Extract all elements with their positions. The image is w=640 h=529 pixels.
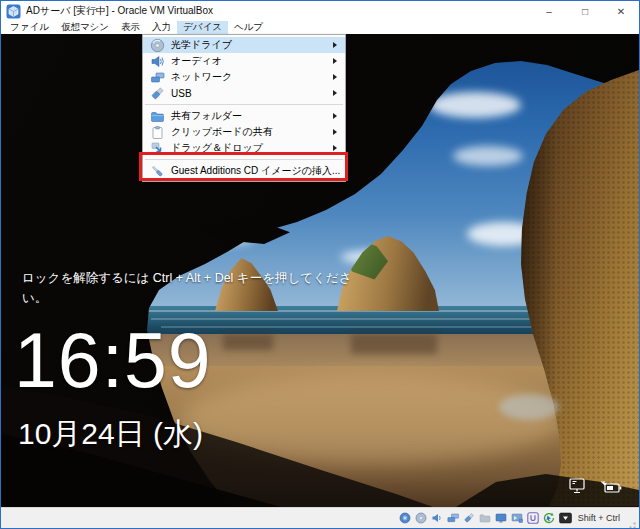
menu-item-shared-folders[interactable]: 共有フォルダー (143, 108, 345, 124)
clipboard-icon (149, 125, 165, 140)
unlock-message: ロックを解除するには Ctrl + Alt + Del キーを押してください。 (22, 268, 354, 308)
red-annotation-box (139, 152, 348, 181)
submenu-arrow-icon (333, 74, 337, 80)
menubar-item-view[interactable]: 表示 (115, 21, 146, 34)
close-button[interactable]: ✕ (603, 1, 639, 21)
audio-icon (149, 54, 165, 69)
menu-item-label: オーディオ (171, 54, 222, 68)
menu-item-shared-clipboard[interactable]: クリップボードの共有 (143, 124, 345, 140)
menubar-item-file[interactable]: ファイル (4, 21, 55, 34)
menu-item-usb[interactable]: USB (143, 85, 345, 101)
submenu-arrow-icon (333, 42, 337, 48)
menu-item-label: ネットワーク (171, 70, 232, 84)
menu-bar: ファイル 仮想マシン 表示 入力 デバイス ヘルプ (1, 21, 639, 34)
features-icon[interactable] (527, 512, 540, 525)
virtualbox-window: ADサーバ [実行中] - Oracle VM VirtualBox – □ ✕… (0, 0, 640, 529)
menu-item-label: USB (171, 88, 192, 99)
shared-folders-icon[interactable] (479, 512, 492, 525)
menubar-item-help[interactable]: ヘルプ (228, 21, 269, 34)
submenu-arrow-icon (333, 129, 337, 135)
menu-item-label: 共有フォルダー (171, 109, 242, 123)
menu-item-audio[interactable]: オーディオ (143, 53, 345, 69)
menubar-item-machine[interactable]: 仮想マシン (55, 21, 115, 34)
minimize-button[interactable]: – (531, 1, 567, 21)
submenu-arrow-icon (333, 113, 337, 119)
usb-icon (149, 86, 165, 101)
submenu-arrow-icon (333, 145, 337, 151)
menu-separator (145, 104, 343, 105)
maximize-button[interactable]: □ (567, 1, 603, 21)
lockscreen-time: 16:59 (14, 322, 212, 399)
status-bar: Shift + Ctrl (1, 507, 639, 528)
host-key-icon[interactable] (559, 512, 572, 525)
cloud (429, 92, 521, 118)
optical-disc-icon[interactable] (415, 512, 428, 525)
audio-icon[interactable] (431, 512, 444, 525)
menu-item-label: 光学ドライブ (171, 38, 232, 52)
mouse-integration-icon[interactable] (543, 512, 556, 525)
tide-pool (499, 394, 559, 420)
submenu-arrow-icon (333, 90, 337, 96)
resize-grip[interactable] (625, 516, 637, 528)
menubar-item-devices[interactable]: デバイス (177, 21, 228, 34)
submenu-arrow-icon (333, 58, 337, 64)
cloud (453, 146, 523, 166)
menu-item-network[interactable]: ネットワーク (143, 69, 345, 85)
usb-icon[interactable] (463, 512, 476, 525)
rock-reflection (351, 334, 437, 354)
shared-folders-icon (149, 109, 165, 124)
menu-item-label: クリップボードの共有 (171, 125, 273, 139)
optical-drive-icon (149, 38, 165, 53)
host-key-label: Shift + Ctrl (578, 513, 620, 523)
network-icon (149, 70, 165, 85)
recording-icon[interactable] (511, 512, 524, 525)
lockscreen-date: 10月24日 (水) (18, 414, 203, 455)
virtualbox-vm-icon (6, 4, 21, 19)
network-icon[interactable] (447, 512, 460, 525)
menubar-item-input[interactable]: 入力 (146, 21, 177, 34)
display-icon[interactable] (495, 512, 508, 525)
window-title: ADサーバ [実行中] - Oracle VM VirtualBox (26, 4, 531, 18)
hard-disk-icon[interactable] (399, 512, 412, 525)
menu-item-optical-drives[interactable]: 光学ドライブ (143, 37, 345, 53)
title-bar[interactable]: ADサーバ [実行中] - Oracle VM VirtualBox – □ ✕ (1, 1, 639, 21)
rock-reflection (223, 334, 273, 350)
